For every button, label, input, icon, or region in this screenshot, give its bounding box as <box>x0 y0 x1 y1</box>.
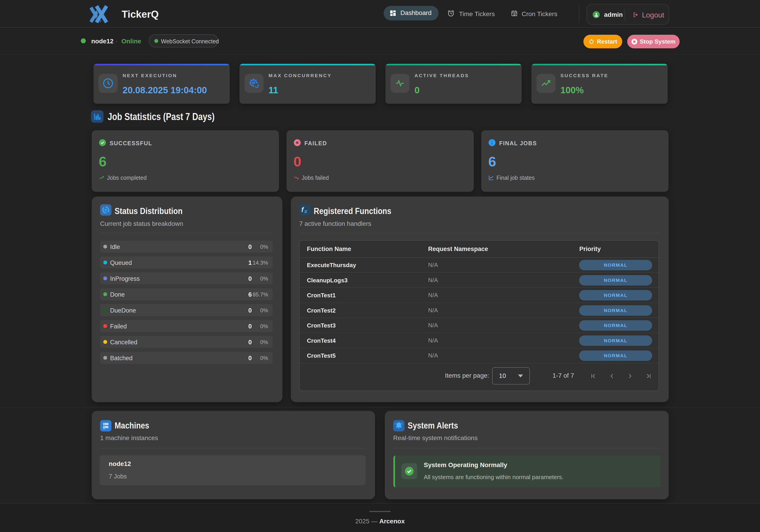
svg-text:x: x <box>304 208 308 214</box>
svg-text:f: f <box>301 206 304 213</box>
